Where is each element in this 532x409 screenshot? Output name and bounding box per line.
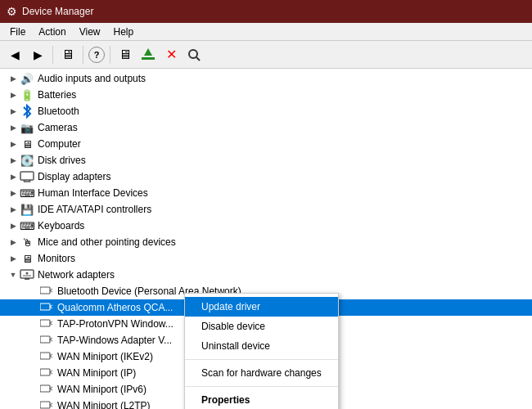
- cameras-label: Cameras: [38, 122, 78, 133]
- batteries-label: Batteries: [38, 89, 76, 101]
- tree-item-keyboards[interactable]: ▶ ⌨ Keyboards: [0, 218, 532, 234]
- tree-item-batteries[interactable]: ▶ 🔋 Batteries: [0, 87, 532, 103]
- network-label: Network adapters: [38, 269, 115, 281]
- tree-item-computer[interactable]: ▶ 🖥 Computer: [0, 136, 532, 152]
- tree-item-cameras[interactable]: ▶ 📷 Cameras: [0, 119, 532, 136]
- context-menu: Update driver Disable device Uninstall d…: [184, 293, 339, 409]
- qualcomm-label: Qualcomm Atheros QCA...: [57, 302, 173, 313]
- keyboards-icon: ⌨: [20, 218, 34, 233]
- computer-label: Computer: [38, 138, 81, 150]
- expand-audio[interactable]: ▶: [7, 74, 20, 83]
- bluetooth-icon: [20, 104, 34, 119]
- menu-view[interactable]: View: [73, 25, 107, 39]
- context-menu-item-update-driver[interactable]: Update driver: [185, 297, 338, 317]
- cameras-icon: 📷: [20, 120, 34, 135]
- ide-icon: 💾: [20, 202, 34, 217]
- tree-item-mice[interactable]: ▶ 🖱 Mice and other pointing devices: [0, 234, 532, 250]
- display-label: Display adapters: [38, 171, 110, 182]
- context-menu-separator-2: [185, 386, 338, 387]
- expand-bluetooth[interactable]: ▶: [7, 107, 20, 115]
- back-button[interactable]: ◀: [5, 45, 25, 65]
- computer-button[interactable]: 🖥: [58, 45, 78, 65]
- svg-marker-1: [144, 48, 152, 56]
- expand-mice[interactable]: ▶: [7, 238, 20, 246]
- expand-monitors[interactable]: ▶: [7, 254, 20, 263]
- tap-proton-label: TAP-ProtonVPN Window...: [57, 318, 174, 330]
- expand-computer[interactable]: ▶: [7, 140, 20, 148]
- svg-rect-28: [40, 369, 50, 375]
- svg-rect-9: [25, 278, 29, 280]
- bluetooth-label: Bluetooth: [38, 106, 79, 117]
- toolbar: ◀ ▶ 🖥 ? 🖥 ✕: [0, 41, 532, 69]
- wan-ip-icon: [39, 366, 54, 380]
- menu-action[interactable]: Action: [32, 25, 72, 39]
- title-bar-text: Device Manager: [22, 6, 93, 17]
- svg-rect-34: [40, 402, 50, 408]
- bluetooth-pan-icon: [39, 284, 54, 299]
- wan-ikev2-label: WAN Miniport (IKEv2): [57, 351, 153, 362]
- context-menu-separator-1: [185, 359, 338, 360]
- tree-item-hid[interactable]: ▶ ⌨ Human Interface Devices: [0, 185, 532, 201]
- tree-item-audio[interactable]: ▶ 🔊 Audio inputs and outputs: [0, 70, 532, 87]
- scan-button[interactable]: [184, 45, 204, 65]
- tree-item-ide[interactable]: ▶ 💾 IDE ATA/ATAPI controllers: [0, 201, 532, 218]
- tree-item-display[interactable]: ▶ Display adapters: [0, 169, 532, 185]
- svg-rect-25: [40, 353, 50, 359]
- wan-ipv6-icon: [39, 382, 54, 397]
- expand-display[interactable]: ▶: [7, 173, 20, 181]
- wan-l2tp-icon: [39, 398, 54, 409]
- ide-label: IDE ATA/ATAPI controllers: [38, 204, 151, 215]
- tap-windows-label: TAP-Windows Adapter V...: [57, 335, 172, 346]
- svg-rect-13: [40, 287, 50, 294]
- tree-item-diskdrives[interactable]: ▶ 💽 Disk drives: [0, 152, 532, 169]
- expand-hid[interactable]: ▶: [7, 189, 20, 197]
- svg-line-3: [196, 57, 200, 61]
- help-button[interactable]: ?: [88, 47, 105, 63]
- toolbar-separator-2: [83, 46, 83, 64]
- diskdrives-label: Disk drives: [38, 155, 86, 166]
- expand-ide[interactable]: ▶: [7, 205, 20, 213]
- tree-item-network[interactable]: ▼ Network adapters: [0, 267, 532, 283]
- tap-windows-icon: [39, 333, 54, 348]
- audio-label: Audio inputs and outputs: [38, 73, 146, 84]
- uninstall-button[interactable]: ✕: [161, 45, 181, 65]
- title-bar: ⚙ Device Manager: [0, 0, 532, 23]
- title-bar-icon: ⚙: [7, 5, 17, 18]
- svg-rect-19: [40, 320, 50, 326]
- expand-keyboards[interactable]: ▶: [7, 222, 20, 230]
- context-menu-item-uninstall[interactable]: Uninstall device: [185, 336, 338, 356]
- context-menu-item-disable[interactable]: Disable device: [185, 317, 338, 336]
- batteries-icon: 🔋: [20, 88, 34, 102]
- expand-diskdrives[interactable]: ▶: [7, 156, 20, 164]
- wan-ikev2-icon: [39, 349, 54, 364]
- audio-icon: 🔊: [20, 71, 34, 86]
- menu-bar: File Action View Help: [0, 23, 532, 41]
- svg-point-11: [26, 272, 29, 275]
- svg-rect-16: [40, 303, 50, 310]
- expand-batteries[interactable]: ▶: [7, 91, 20, 99]
- tree-item-monitors[interactable]: ▶ 🖥 Monitors: [0, 250, 532, 267]
- update-driver-button[interactable]: [138, 45, 158, 65]
- menu-file[interactable]: File: [3, 25, 32, 39]
- computer-icon: 🖥: [20, 137, 34, 151]
- hid-icon: ⌨: [20, 186, 34, 200]
- svg-rect-22: [40, 336, 50, 343]
- mice-label: Mice and other pointing devices: [38, 236, 176, 248]
- context-menu-item-properties[interactable]: Properties: [185, 390, 338, 409]
- tree-item-bluetooth[interactable]: ▶ Bluetooth: [0, 103, 532, 119]
- wan-ip-label: WAN Miniport (IP): [57, 367, 136, 379]
- context-menu-item-scan[interactable]: Scan for hardware changes: [185, 363, 338, 383]
- refresh-button[interactable]: 🖥: [115, 45, 135, 65]
- toolbar-separator-1: [52, 46, 53, 64]
- network-icon: [20, 267, 34, 282]
- menu-help[interactable]: Help: [107, 25, 141, 39]
- diskdrives-icon: 💽: [20, 153, 34, 168]
- expand-network[interactable]: ▼: [7, 271, 20, 279]
- qualcomm-icon: [39, 300, 54, 315]
- forward-button[interactable]: ▶: [28, 45, 47, 65]
- svg-rect-4: [20, 172, 34, 180]
- svg-rect-0: [142, 57, 155, 60]
- expand-cameras[interactable]: ▶: [7, 124, 20, 132]
- hid-label: Human Interface Devices: [38, 187, 148, 199]
- wan-l2tp-label: WAN Miniport (L2TP): [57, 400, 151, 409]
